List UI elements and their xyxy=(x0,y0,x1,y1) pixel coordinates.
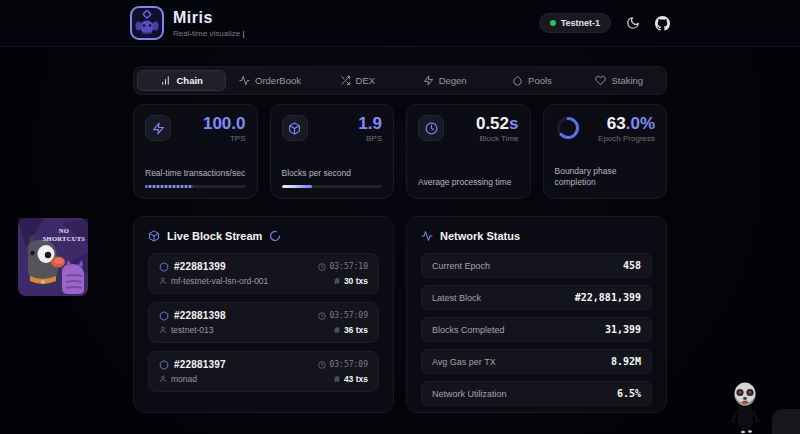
block-stream-panel: Live Block Stream #22881399 03:57:10 xyxy=(133,216,394,413)
app-subtitle: Real-time visualize | xyxy=(173,29,244,38)
network-badge-label: Testnet-1 xyxy=(561,18,600,28)
status-label: Blocks Completed xyxy=(432,325,505,335)
block-time-value: 0.52s xyxy=(476,115,519,133)
network-status-title: Network Status xyxy=(440,230,520,242)
block-time-description: Average processing time xyxy=(418,177,519,188)
github-icon xyxy=(655,16,670,31)
tps-progress-bar xyxy=(145,185,246,188)
zap-icon xyxy=(423,75,434,86)
panels: Live Block Stream #22881399 03:57:10 xyxy=(133,216,667,413)
tab-label: DEX xyxy=(356,75,376,86)
tab-degen[interactable]: Degen xyxy=(401,70,488,91)
status-row: Avg Gas per TX 8.92M xyxy=(421,349,652,374)
epoch-description: Boundary phase completion xyxy=(555,166,656,188)
cube-icon xyxy=(288,122,301,135)
moon-icon xyxy=(626,16,640,30)
tx-count: 43 txs xyxy=(344,374,368,384)
status-row: Latest Block #22,881,399 xyxy=(421,285,652,310)
tab-pools[interactable]: Pools xyxy=(488,70,575,91)
tab-staking[interactable]: Staking xyxy=(576,70,663,91)
block-time: 03:57:10 xyxy=(329,262,368,271)
block-time: 03:57:09 xyxy=(329,311,368,320)
validator-name: monad xyxy=(171,374,197,384)
tab-label: Staking xyxy=(611,75,643,86)
app-header: Miris Real-time visualize | Testnet-1 xyxy=(0,0,800,47)
block-list: #22881399 03:57:10 mf-testnet-val-lsn-or… xyxy=(148,253,379,392)
theme-toggle-button[interactable] xyxy=(626,16,640,30)
tps-unit: TPS xyxy=(203,134,246,143)
github-button[interactable] xyxy=(655,16,670,31)
tab-label: Chain xyxy=(176,75,202,86)
network-status-panel: Network Status Current Epoch 458 Latest … xyxy=(406,216,667,413)
sticker-skeleton xyxy=(726,381,764,434)
status-value: 8.92M xyxy=(611,356,641,367)
validator-name: testnet-013 xyxy=(171,325,214,335)
bps-progress-fill xyxy=(282,185,312,188)
status-value: 6.5% xyxy=(617,388,641,399)
droplet-icon xyxy=(512,75,523,86)
activity-icon xyxy=(239,75,250,86)
tx-count: 30 txs xyxy=(344,276,368,286)
tab-orderbook[interactable]: OrderBook xyxy=(226,70,313,91)
corner-card xyxy=(772,409,800,434)
status-label: Latest Block xyxy=(432,293,481,303)
hash-icon xyxy=(333,277,341,285)
stat-card-tps: 100.0 TPS Real-time transactions/sec xyxy=(133,104,258,199)
zap-icon-box xyxy=(145,115,171,141)
hash-icon xyxy=(333,326,341,334)
cube-icon xyxy=(159,311,169,321)
status-value: #22,881,399 xyxy=(575,292,641,303)
tab-chain[interactable]: Chain xyxy=(137,70,226,91)
header-actions: Testnet-1 xyxy=(539,13,670,33)
stat-card-bps: 1.9 BPS Blocks per second xyxy=(270,104,395,199)
stat-card-epoch: 63.0% Epoch Progress Boundary phase comp… xyxy=(543,104,668,199)
zap-icon xyxy=(152,122,165,135)
stat-cards: 100.0 TPS Real-time transactions/sec 1.9 xyxy=(133,104,667,199)
block-time-unit: Block Time xyxy=(476,134,519,143)
tab-dex[interactable]: DEX xyxy=(314,70,401,91)
stat-card-block-time: 0.52s Block Time Average processing time xyxy=(406,104,531,199)
status-value: 31,399 xyxy=(605,324,641,335)
status-row: Current Epoch 458 xyxy=(421,253,652,278)
cube-icon xyxy=(159,262,169,272)
tab-bar: Chain OrderBook DEX Degen Pools Staking xyxy=(133,66,667,95)
network-badge[interactable]: Testnet-1 xyxy=(539,13,611,33)
tps-description: Real-time transactions/sec xyxy=(145,168,246,179)
block-row[interactable]: #22881398 03:57:09 testnet-013 36 xyxy=(148,302,379,343)
app-logo-icon xyxy=(130,6,164,40)
block-number: #22881399 xyxy=(174,261,226,272)
user-icon xyxy=(159,277,167,285)
tps-progress-fill xyxy=(145,185,193,188)
status-label: Avg Gas per TX xyxy=(432,357,496,367)
main-content: Chain OrderBook DEX Degen Pools Staking xyxy=(133,66,667,413)
heart-icon xyxy=(595,75,606,86)
block-number: #22881398 xyxy=(174,310,226,321)
brand-text: Miris Real-time visualize | xyxy=(173,9,244,38)
block-row[interactable]: #22881397 03:57:09 monad 43 txs xyxy=(148,351,379,392)
cube-icon-box xyxy=(282,115,308,141)
epoch-unit: Epoch Progress xyxy=(598,134,655,143)
app-title: Miris xyxy=(173,9,244,27)
tx-count: 36 txs xyxy=(344,325,368,335)
activity-icon xyxy=(421,230,433,242)
cube-icon xyxy=(148,230,160,242)
block-stream-title: Live Block Stream xyxy=(167,230,262,242)
epoch-progress-ring xyxy=(555,115,581,141)
clock-icon xyxy=(425,122,438,135)
shuffle-icon xyxy=(340,75,351,86)
tps-value: 100.0 xyxy=(203,115,246,133)
user-icon xyxy=(159,326,167,334)
block-number: #22881397 xyxy=(174,359,226,370)
status-row: Blocks Completed 31,399 xyxy=(421,317,652,342)
screen: Miris Real-time visualize | Testnet-1 xyxy=(0,0,800,434)
bps-value: 1.9 xyxy=(358,115,382,133)
status-label: Current Epoch xyxy=(432,261,490,271)
tab-label: OrderBook xyxy=(255,75,301,86)
typing-cursor: | xyxy=(242,29,244,38)
status-list: Current Epoch 458 Latest Block #22,881,3… xyxy=(421,253,652,406)
user-icon xyxy=(159,375,167,383)
clock-icon xyxy=(318,263,326,271)
no-shortcuts-text: NO SHORTCUTS xyxy=(42,227,86,243)
block-row[interactable]: #22881399 03:57:10 mf-testnet-val-lsn-or… xyxy=(148,253,379,294)
bps-description: Blocks per second xyxy=(282,168,383,179)
